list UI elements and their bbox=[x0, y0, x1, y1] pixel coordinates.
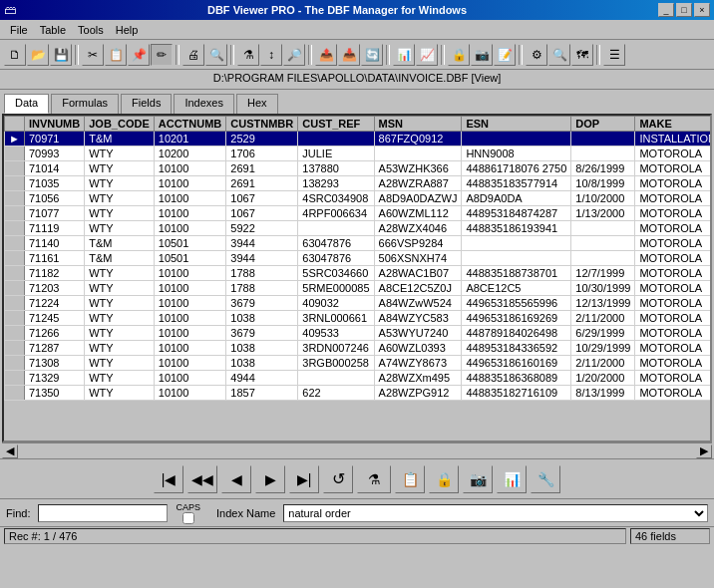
toolbar-chart[interactable]: 📊 bbox=[393, 44, 415, 66]
nav-first-button[interactable]: |◀ bbox=[154, 465, 183, 493]
toolbar-sep-3 bbox=[230, 45, 234, 65]
table-row[interactable]: 71329WTY101004944A28WZXm4954488351863680… bbox=[5, 371, 713, 386]
toolbar-save[interactable]: 💾 bbox=[50, 44, 72, 66]
nav-next-button[interactable]: ▶ bbox=[255, 465, 285, 493]
table-row[interactable]: 71224WTY101003679409032A84WZwW5244496531… bbox=[5, 296, 713, 311]
menu-help[interactable]: Help bbox=[110, 22, 145, 38]
col-esn[interactable]: ESN bbox=[462, 117, 571, 132]
menu-tools[interactable]: Tools bbox=[72, 22, 110, 38]
nav-last-button[interactable]: ▶| bbox=[289, 465, 319, 493]
table-row[interactable]: ►70971T&M102012529867FZQ0912INSTALLATION bbox=[5, 132, 713, 147]
table-row[interactable]: 71350WTY101001857622A28WZPG9124488351827… bbox=[5, 386, 713, 401]
toolbar-edit[interactable]: ✏ bbox=[151, 44, 173, 66]
toolbar-new[interactable]: 🗋 bbox=[4, 44, 26, 66]
toolbar-cut[interactable]: ✂ bbox=[82, 44, 104, 66]
col-job_code[interactable]: JOB_CODE bbox=[85, 117, 155, 132]
cell-dop bbox=[571, 132, 635, 147]
cell-make: MOTOROLA bbox=[635, 296, 712, 311]
col-invnumb[interactable]: INVNUMB bbox=[24, 117, 84, 132]
toolbar-photo[interactable]: 📷 bbox=[471, 44, 493, 66]
table-row[interactable]: 70993WTY102001706JULIEHNN9008MOTOROLA bbox=[5, 147, 713, 161]
table-row[interactable]: 71182WTY1010017885SRC034660A28WAC1B07448… bbox=[5, 266, 713, 281]
tab-data[interactable]: Data bbox=[4, 94, 49, 114]
index-select[interactable]: natural order bbox=[283, 504, 708, 522]
scroll-left-btn[interactable]: ◀ bbox=[2, 444, 18, 458]
toolbar-extra[interactable]: ☰ bbox=[603, 44, 625, 66]
table-row[interactable]: 71161T&M10501394463047876506XSNXH74MOTOR… bbox=[5, 251, 713, 266]
toolbar-copy[interactable]: 📋 bbox=[105, 44, 127, 66]
toolbar-memo[interactable]: 📝 bbox=[494, 44, 516, 66]
cell-make: MOTOROLA bbox=[635, 281, 712, 296]
data-grid-container[interactable]: INVNUMB JOB_CODE ACCTNUMB CUSTNMBR CUST_… bbox=[2, 114, 712, 442]
nav-snapshot-button[interactable]: 📷 bbox=[463, 465, 493, 493]
cell-acctnumb: 10100 bbox=[154, 176, 226, 191]
nav-prev-many-button[interactable]: ◀◀ bbox=[187, 465, 217, 493]
nav-lock-button[interactable]: 🔒 bbox=[429, 465, 459, 493]
tab-indexes[interactable]: Indexes bbox=[174, 94, 234, 114]
col-cust_ref[interactable]: CUST_REF bbox=[298, 117, 374, 132]
nav-settings-button[interactable]: 🔧 bbox=[531, 465, 560, 493]
table-row[interactable]: 71077WTY1010010674RPF006634A60WZML112448… bbox=[5, 206, 713, 221]
table-row[interactable]: 71308WTY1010010383RGB000258A74WZY8673449… bbox=[5, 356, 713, 371]
toolbar-import[interactable]: 📥 bbox=[338, 44, 360, 66]
cell-dop: 6/29/1999 bbox=[571, 326, 635, 341]
cell-make: MOTOROLA bbox=[635, 386, 712, 401]
col-make[interactable]: MAKE bbox=[635, 117, 712, 132]
cell-custnmbr: 2529 bbox=[226, 132, 298, 147]
find-input[interactable] bbox=[38, 504, 168, 522]
table-row[interactable]: 71140T&M10501394463047876666VSP9284MOTOR… bbox=[5, 236, 713, 251]
col-acctnumb[interactable]: ACCTNUMB bbox=[154, 117, 226, 132]
horizontal-scrollbar[interactable]: ◀ ▶ bbox=[2, 442, 712, 458]
nav-memo-button[interactable]: 📋 bbox=[395, 465, 425, 493]
tab-fields[interactable]: Fields bbox=[121, 94, 172, 114]
toolbar-print[interactable]: 🖨 bbox=[182, 44, 204, 66]
table-row[interactable]: 71245WTY1010010383RNL000661A84WZYC583449… bbox=[5, 311, 713, 326]
toolbar-filter[interactable]: ⚗ bbox=[237, 44, 259, 66]
cell-indicator bbox=[5, 386, 25, 401]
toolbar-report[interactable]: 📈 bbox=[416, 44, 438, 66]
toolbar-sort[interactable]: ↕ bbox=[260, 44, 282, 66]
cell-cust_ref bbox=[298, 132, 374, 147]
toolbar-search2[interactable]: 🔍 bbox=[548, 44, 570, 66]
maximize-button[interactable]: □ bbox=[676, 3, 692, 17]
nav-filter-button[interactable]: ⚗ bbox=[357, 465, 391, 493]
table-row[interactable]: 71035WTY101002691138293A28WZRA8874488351… bbox=[5, 176, 713, 191]
close-button[interactable]: × bbox=[694, 3, 710, 17]
table-row[interactable]: 71056WTY1010010674SRC034908A8D9A0DAZWJA8… bbox=[5, 191, 713, 206]
col-custnmbr[interactable]: CUSTNMBR bbox=[226, 117, 298, 132]
tab-hex[interactable]: Hex bbox=[236, 94, 278, 114]
cell-acctnumb: 10100 bbox=[154, 341, 226, 356]
menu-file[interactable]: File bbox=[4, 22, 34, 38]
tab-formulas[interactable]: Formulas bbox=[51, 94, 119, 114]
toolbar-refresh[interactable]: 🔄 bbox=[361, 44, 383, 66]
nav-refresh-button[interactable]: ↺ bbox=[323, 465, 353, 493]
minimize-button[interactable]: _ bbox=[658, 3, 674, 17]
toolbar-settings[interactable]: ⚙ bbox=[526, 44, 547, 66]
toolbar-preview[interactable]: 🔍 bbox=[205, 44, 227, 66]
col-msn[interactable]: MSN bbox=[374, 117, 462, 132]
toolbar-open[interactable]: 📂 bbox=[27, 44, 49, 66]
cell-make: MOTOROLA bbox=[635, 311, 712, 326]
menu-table[interactable]: Table bbox=[34, 22, 72, 38]
col-dop[interactable]: DOP bbox=[571, 117, 635, 132]
table-row[interactable]: 71203WTY1010017885RME000085A8CE12C5Z0JA8… bbox=[5, 281, 713, 296]
cell-make: MOTOROLA bbox=[635, 266, 712, 281]
nav-export-button[interactable]: 📊 bbox=[497, 465, 527, 493]
table-row[interactable]: 71266WTY101003679409533A53WYU72404487891… bbox=[5, 326, 713, 341]
table-row[interactable]: 71119WTY101005922A28WZX40464488351861939… bbox=[5, 221, 713, 236]
toolbar-find[interactable]: 🔎 bbox=[283, 44, 305, 66]
toolbar-export[interactable]: 📤 bbox=[315, 44, 337, 66]
find-label: Find: bbox=[6, 507, 30, 519]
cell-msn: A84WZwW524 bbox=[374, 296, 462, 311]
toolbar-map[interactable]: 🗺 bbox=[571, 44, 593, 66]
cell-invnumb: 71308 bbox=[24, 356, 84, 371]
path-bar: D:\PROGRAM FILES\APOLLO\DATA\INVOICE.DBF… bbox=[0, 70, 714, 90]
toolbar-paste[interactable]: 📌 bbox=[128, 44, 150, 66]
scroll-right-btn[interactable]: ▶ bbox=[696, 444, 712, 458]
table-row[interactable]: 71287WTY1010010383RDN007246A60WZL0393448… bbox=[5, 341, 713, 356]
caps-checkbox[interactable] bbox=[182, 512, 194, 524]
table-row[interactable]: 71014WTY101002691137880A53WZHK3664488617… bbox=[5, 161, 713, 176]
cell-indicator bbox=[5, 176, 25, 191]
toolbar-lock[interactable]: 🔒 bbox=[448, 44, 470, 66]
nav-prev-button[interactable]: ◀ bbox=[221, 465, 251, 493]
